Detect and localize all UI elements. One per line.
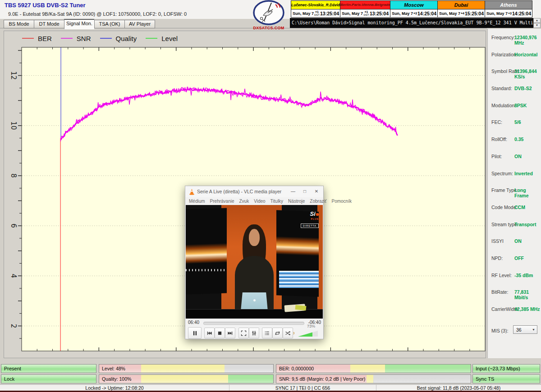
y-axis-label: 6 [9, 223, 18, 228]
next-icon [227, 330, 233, 336]
vlc-menu-video[interactable]: Video [254, 197, 265, 205]
param-label: Modulation: [491, 103, 516, 108]
vlc-window: Serie A Live (diretta) - VLC media playe… [185, 186, 324, 339]
y-axis-label: 2 [9, 324, 18, 328]
maximize-icon[interactable]: □ [299, 186, 311, 197]
fullscreen-button[interactable] [238, 328, 249, 338]
param-fec: FEC:5/6 [488, 118, 541, 135]
seek-bar[interactable] [203, 322, 304, 325]
param-value: OFF [514, 255, 524, 261]
param-value: DVB-S2 [514, 86, 532, 91]
vlc-menu-pomocn-k[interactable]: Pomocník [331, 197, 351, 205]
random-button[interactable] [283, 328, 293, 338]
extended-settings-button[interactable] [249, 328, 259, 338]
clock-time: Sun, May 7+314:25:04 [390, 9, 437, 17]
legend-line-icon [61, 38, 73, 39]
param-label: FEC: [491, 119, 502, 125]
param-value: Transport [514, 222, 536, 227]
param-value: Horizontal [514, 52, 537, 57]
tab-tsa-ok[interactable]: TSA (OK) [94, 20, 124, 28]
vlc-cone-icon [188, 188, 195, 195]
param-label: Frame Type: [491, 187, 518, 193]
console-prompt: C:\Users\Roman Dávid>Signal monitoring_P… [292, 20, 533, 25]
world-clocks: Lučenec-Slovakia_R.DávidSun, May 7+1DST1… [291, 0, 532, 18]
app-title: TBS 5927 USB DVB-S2 Tuner [5, 2, 86, 9]
vlc-menu-m-dium[interactable]: Médium [189, 197, 205, 205]
parameters-sidebar: Frequency:12340,976 MHzPolarization:Hori… [487, 29, 541, 358]
param-label: Spectrum: [491, 171, 513, 176]
vlc-menu-zobrazi[interactable]: Zobraziť [310, 197, 326, 205]
channel-logo-text: Si [310, 210, 316, 217]
stop-icon [217, 330, 223, 336]
command-console[interactable]: C:\Users\Roman Dávid>Signal monitoring_P… [290, 18, 533, 28]
param-polarization: Polarization:Horizontal [488, 50, 541, 68]
clock-moscow: MoscowSun, May 7+314:25:04 [390, 1, 438, 17]
param-bitrate: BitRate:77,831 Mbit/s [488, 288, 541, 305]
tab-signal-mon[interactable]: Signal Mon. [64, 19, 94, 29]
vlc-menu-titulky[interactable]: Titulky [270, 197, 284, 205]
tab-bs-mode[interactable]: BS Mode [4, 20, 34, 28]
playlist-button[interactable] [262, 328, 272, 338]
param-issyi: ISSYION [488, 237, 541, 254]
lock-indicator: Lock [1, 374, 96, 383]
param-value: ON [514, 154, 522, 159]
legend-item-ber: BER [22, 35, 52, 42]
param-value: 0.35 [514, 137, 523, 142]
present-indicator: Present [1, 364, 96, 373]
legend-line-icon [146, 38, 157, 39]
sync-ts-indicator: Sync TS [472, 374, 540, 383]
meter-zone [385, 365, 471, 373]
minimize-icon[interactable]: — [287, 186, 299, 197]
console-scrollbar[interactable]: ▲ ▼ [533, 18, 541, 28]
best-signal: Best signal: 11,8 dB (2023-05-07 05:48) [376, 385, 541, 391]
clock-city: Lučenec-Slovakia_R.Dávid [291, 1, 340, 9]
pause-button[interactable] [188, 327, 202, 339]
scroll-up-icon[interactable]: ▲ [533, 18, 541, 23]
param-rf-level: RF Level:-35 dBm [488, 271, 541, 288]
close-icon[interactable]: ✕ [311, 186, 322, 197]
meter-zone [374, 375, 471, 383]
clock-berlin-paris-vienna-belgrade: Berlin-Paris-Vienna-BelgradeSun, May 7+1… [340, 1, 390, 17]
param-mis-3: MIS (3):36▼ [488, 327, 541, 344]
volume-percent: 73% [307, 324, 315, 328]
vlc-menu-n-stroje[interactable]: Nástroje [288, 197, 305, 205]
stop-button[interactable] [215, 328, 225, 338]
mis-select[interactable]: 36▼ [513, 325, 537, 334]
snr-meter: SNR: 9,5 dB (Margin: 0,2 dB | Very Poor) [276, 374, 471, 383]
next-button[interactable] [225, 328, 235, 338]
legend-line-icon [100, 38, 112, 39]
clock-city: Berlin-Paris-Vienna-Belgrade [340, 1, 390, 9]
legend-label: SNR [77, 35, 91, 42]
meter-zone [141, 375, 228, 383]
level-meter: Level: 48% [99, 364, 274, 373]
legend-label: Quality [116, 35, 137, 42]
vlc-menu-prehr-vanie[interactable]: Prehrávanie [210, 197, 234, 205]
volume-slider[interactable] [298, 331, 318, 337]
param-stream-type: Stream type:Transport [488, 220, 541, 237]
legend-item-quality: Quality [100, 35, 137, 42]
param-label: BitRate: [491, 289, 508, 295]
param-label: RollOff: [491, 137, 507, 142]
param-label: Frequency: [491, 35, 515, 40]
param-label: Pilot: [491, 154, 502, 159]
loop-button[interactable] [272, 328, 283, 338]
status-bar: Locked -> Uptime: 12:08:20 SYNC 17 | TEI… [0, 384, 541, 391]
clock-city: Moscow [390, 1, 437, 9]
tab-dt-mode[interactable]: DT Mode [34, 20, 64, 28]
vlc-video-frame[interactable]: Si PLUS DIRETTA [186, 205, 323, 319]
tab-strip: BS ModeDT ModeSignal Mon.TSA (OK)AV Play… [4, 20, 155, 29]
y-axis-label: 12 [9, 71, 18, 80]
previous-button[interactable] [204, 328, 215, 338]
vlc-menu-zvuk[interactable]: Zvuk [239, 197, 249, 205]
param-label: NPD: [491, 255, 503, 261]
scroll-down-icon[interactable]: ▼ [533, 23, 541, 28]
clock-time: Sun, May 7+1DST13:25:04 [291, 9, 340, 17]
tab-av-player[interactable]: AV Player [124, 20, 155, 28]
y-axis-label: 8 [9, 173, 18, 178]
param-frame-type: Frame Type:Long Frame [488, 186, 541, 203]
param-value: 31396,844 KS/s [514, 68, 541, 79]
clock-city: Dubai [438, 1, 485, 9]
vlc-titlebar[interactable]: Serie A Live (diretta) - VLC media playe… [185, 186, 323, 197]
quality-label: Quality: 100% [102, 375, 131, 383]
ber-label: BER: 0,0000000 [279, 365, 314, 373]
